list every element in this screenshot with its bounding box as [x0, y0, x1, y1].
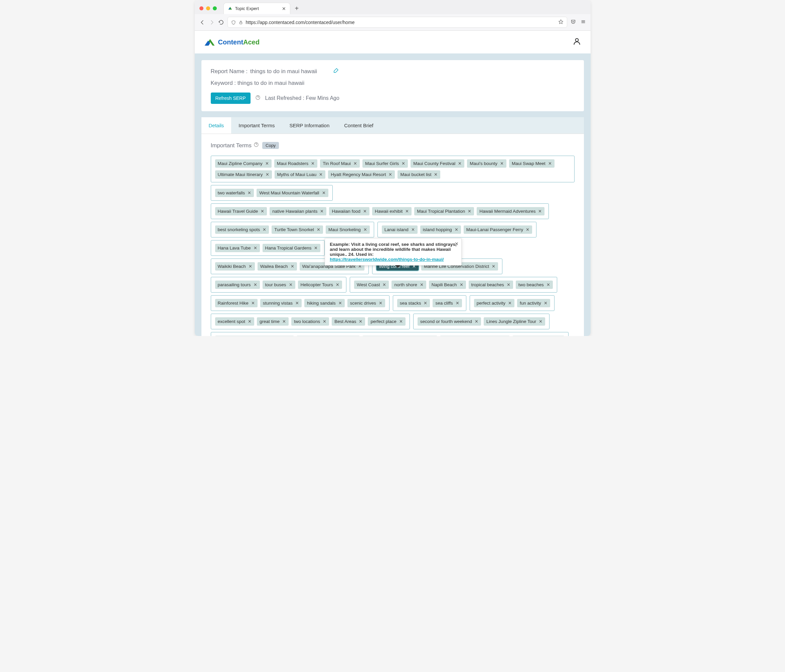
- remove-term-icon[interactable]: ✕: [388, 172, 392, 177]
- term-pill[interactable]: West Coast✕: [354, 281, 389, 289]
- close-tab-icon[interactable]: ✕: [282, 6, 286, 11]
- term-pill[interactable]: sea stacks✕: [397, 299, 430, 307]
- term-pill[interactable]: Maui bucket list✕: [397, 170, 440, 179]
- term-pill[interactable]: Hana Lava Tube✕: [215, 244, 260, 252]
- edit-icon[interactable]: [333, 67, 339, 75]
- remove-term-icon[interactable]: ✕: [424, 301, 427, 306]
- term-pill[interactable]: Hawaiian food✕: [329, 207, 369, 216]
- term-pill[interactable]: Maui Swap Meet✕: [509, 159, 555, 168]
- tooltip-link[interactable]: https://travellersworldwide.com/things-t…: [330, 257, 444, 262]
- term-pill[interactable]: excellent spot✕: [215, 317, 255, 326]
- term-pill[interactable]: Maui Zipline Company✕: [215, 159, 272, 168]
- user-icon[interactable]: [572, 37, 581, 47]
- term-pill[interactable]: West Maui Mountain Waterfall✕: [256, 189, 328, 197]
- forward-button[interactable]: [209, 19, 215, 25]
- term-pill[interactable]: Lines Jungle Zipline Tour✕: [484, 317, 545, 326]
- logo[interactable]: ContentAced: [204, 36, 260, 48]
- remove-term-icon[interactable]: ✕: [539, 319, 543, 324]
- remove-term-icon[interactable]: ✕: [247, 191, 251, 195]
- remove-term-icon[interactable]: ✕: [468, 209, 471, 214]
- term-pill[interactable]: native Hawaiian plants✕: [270, 207, 326, 216]
- remove-term-icon[interactable]: ✕: [420, 282, 424, 287]
- remove-term-icon[interactable]: ✕: [251, 301, 255, 306]
- remove-term-icon[interactable]: ✕: [383, 282, 386, 287]
- remove-term-icon[interactable]: ✕: [338, 301, 342, 306]
- term-pill[interactable]: sea cliffs✕: [433, 299, 462, 307]
- remove-term-icon[interactable]: ✕: [475, 319, 479, 324]
- help-icon[interactable]: [255, 95, 261, 102]
- tab-content-brief[interactable]: Content Brief: [337, 117, 381, 134]
- copy-button[interactable]: Copy: [262, 142, 279, 149]
- remove-term-icon[interactable]: ✕: [353, 161, 357, 166]
- remove-term-icon[interactable]: ✕: [411, 227, 415, 232]
- remove-term-icon[interactable]: ✕: [544, 301, 547, 306]
- term-pill[interactable]: Best Areas✕: [332, 317, 365, 326]
- term-pill[interactable]: Maui Roadsters✕: [274, 159, 317, 168]
- term-pill[interactable]: two waterfalls✕: [215, 189, 254, 197]
- term-pill[interactable]: Helicopter Tours✕: [298, 281, 342, 289]
- remove-term-icon[interactable]: ✕: [500, 161, 504, 166]
- term-pill[interactable]: best snorkeling spots✕: [215, 225, 269, 234]
- browser-tab[interactable]: Topic Expert ✕: [224, 3, 290, 14]
- term-pill[interactable]: perfect activity✕: [474, 299, 514, 307]
- remove-term-icon[interactable]: ✕: [265, 161, 269, 166]
- remove-term-icon[interactable]: ✕: [507, 282, 510, 287]
- remove-term-icon[interactable]: ✕: [295, 301, 299, 306]
- remove-term-icon[interactable]: ✕: [455, 227, 458, 232]
- term-pill[interactable]: perfect place✕: [368, 317, 405, 326]
- term-pill[interactable]: two locations✕: [291, 317, 329, 326]
- term-pill[interactable]: fun activity✕: [517, 299, 550, 307]
- pocket-icon[interactable]: [571, 19, 576, 26]
- remove-term-icon[interactable]: ✕: [402, 161, 405, 166]
- term-pill[interactable]: Lanai island✕: [382, 225, 418, 234]
- remove-term-icon[interactable]: ✕: [323, 319, 326, 324]
- term-pill[interactable]: Ultimate Maui Itinerary✕: [215, 170, 272, 179]
- maximize-window-button[interactable]: [213, 6, 217, 10]
- remove-term-icon[interactable]: ✕: [405, 209, 409, 214]
- remove-term-icon[interactable]: ✕: [249, 264, 252, 269]
- remove-term-icon[interactable]: ✕: [492, 264, 496, 269]
- remove-term-icon[interactable]: ✕: [248, 319, 252, 324]
- remove-term-icon[interactable]: ✕: [538, 209, 542, 214]
- tab-details[interactable]: Details: [202, 117, 231, 134]
- term-pill[interactable]: Hawaii Mermaid Adventures✕: [477, 207, 544, 216]
- remove-term-icon[interactable]: ✕: [314, 245, 317, 250]
- term-pill[interactable]: Maui Snorkeling✕: [326, 225, 370, 234]
- term-pill[interactable]: Best Western Pioneer Inn✕: [297, 336, 360, 336]
- term-pill[interactable]: Maui County Festival✕: [411, 159, 464, 168]
- term-pill[interactable]: Maui Surfer Girls✕: [363, 159, 408, 168]
- remove-term-icon[interactable]: ✕: [266, 172, 269, 177]
- close-tooltip-icon[interactable]: ✕: [455, 241, 459, 247]
- term-pill[interactable]: Maui's bounty✕: [467, 159, 507, 168]
- remove-term-icon[interactable]: ✕: [548, 161, 552, 166]
- reload-button[interactable]: [218, 19, 224, 25]
- remove-term-icon[interactable]: ✕: [456, 301, 459, 306]
- term-pill[interactable]: Maui Tropical Plantation✕: [414, 207, 474, 216]
- remove-term-icon[interactable]: ✕: [460, 282, 463, 287]
- refresh-serp-button[interactable]: Refresh SERP: [211, 92, 250, 104]
- term-pill[interactable]: second or fourth weekend✕: [418, 317, 481, 326]
- term-pill[interactable]: Turtle Town Snorkel✕: [272, 225, 323, 234]
- remove-term-icon[interactable]: ✕: [526, 227, 529, 232]
- remove-term-icon[interactable]: ✕: [508, 301, 512, 306]
- term-pill[interactable]: scenic drives✕: [347, 299, 385, 307]
- remove-term-icon[interactable]: ✕: [379, 301, 383, 306]
- remove-term-icon[interactable]: ✕: [359, 319, 363, 324]
- remove-term-icon[interactable]: ✕: [322, 191, 326, 195]
- term-pill[interactable]: tour buses✕: [263, 281, 295, 289]
- term-pill[interactable]: stunning vistas✕: [260, 299, 302, 307]
- remove-term-icon[interactable]: ✕: [282, 319, 286, 324]
- remove-term-icon[interactable]: ✕: [458, 161, 462, 166]
- remove-term-icon[interactable]: ✕: [546, 282, 550, 287]
- remove-term-icon[interactable]: ✕: [317, 227, 321, 232]
- term-pill[interactable]: world's largest dormant volcano✕: [363, 336, 437, 336]
- help-icon[interactable]: [253, 142, 259, 149]
- back-button[interactable]: [199, 19, 205, 25]
- minimize-window-button[interactable]: [206, 6, 210, 10]
- term-pill[interactable]: Hawaii Travel Guide✕: [215, 207, 267, 216]
- remove-term-icon[interactable]: ✕: [311, 161, 315, 166]
- term-pill[interactable]: Tin Roof Maui✕: [320, 159, 360, 168]
- tab-important-terms[interactable]: Important Terms: [231, 117, 282, 134]
- close-window-button[interactable]: [199, 6, 203, 10]
- term-pill[interactable]: parasailing tours✕: [215, 281, 260, 289]
